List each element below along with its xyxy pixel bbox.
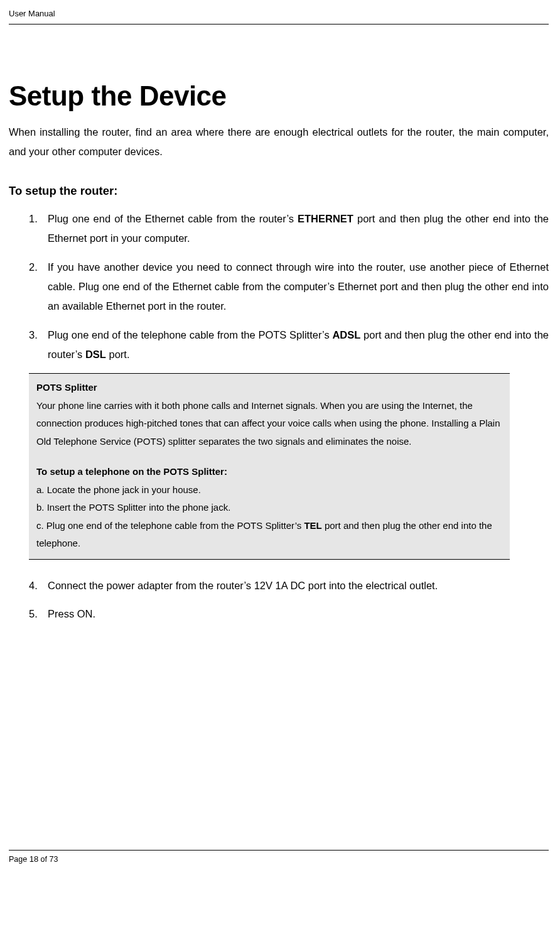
page-number: Page 18 of 73 bbox=[9, 854, 549, 864]
footer: Page 18 of 73 bbox=[9, 850, 549, 864]
step-1: 1. Plug one end of the Ethernet cable fr… bbox=[29, 209, 549, 249]
step-marker: 1. bbox=[29, 209, 38, 229]
step-5: 5. Press ON. bbox=[29, 604, 549, 624]
step-2: 2. If you have another device you need t… bbox=[29, 258, 549, 317]
info-box-subtitle: To setup a telephone on the POTS Splitte… bbox=[36, 463, 502, 481]
step-text: Plug one end of the Ethernet cable from … bbox=[48, 213, 298, 224]
section-heading: To setup the router: bbox=[9, 180, 549, 202]
page-current: 18 bbox=[30, 854, 38, 864]
step-text: port. bbox=[106, 349, 130, 360]
step-marker: 5. bbox=[29, 604, 38, 624]
info-box-body: Your phone line carries with it both pho… bbox=[36, 397, 502, 451]
step-text: Plug one end of the telephone cable from… bbox=[48, 329, 332, 340]
info-box-item-a: a. Locate the phone jack in your house. bbox=[36, 481, 502, 499]
step-marker: 4. bbox=[29, 576, 38, 595]
step-3: 3. Plug one end of the telephone cable f… bbox=[29, 325, 549, 365]
step-bold: DSL bbox=[85, 349, 106, 360]
info-box-bold: TEL bbox=[304, 520, 321, 531]
page-prefix: Page bbox=[9, 855, 30, 864]
top-rule bbox=[9, 24, 549, 24]
info-box-item-c: c. Plug one end of the telephone cable f… bbox=[36, 517, 502, 553]
bottom-rule bbox=[9, 850, 549, 851]
step-marker: 2. bbox=[29, 258, 38, 277]
info-box-item-b: b. Insert the POTS Splitter into the pho… bbox=[36, 499, 502, 517]
intro-paragraph: When installing the router, find an area… bbox=[9, 122, 549, 162]
step-4: 4. Connect the power adapter from the ro… bbox=[29, 576, 549, 595]
info-box: POTS Splitter Your phone line carries wi… bbox=[29, 373, 510, 560]
step-bold: ETHERNET bbox=[298, 213, 353, 224]
info-box-title: POTS Splitter bbox=[36, 379, 502, 397]
page-of: of 73 bbox=[38, 855, 58, 864]
page-title: Setup the Device bbox=[9, 81, 549, 111]
step-text: Press ON. bbox=[48, 608, 95, 619]
header-label: User Manual bbox=[9, 9, 549, 24]
step-text: Connect the power adapter from the route… bbox=[48, 580, 438, 591]
step-bold: ADSL bbox=[332, 329, 360, 340]
step-marker: 3. bbox=[29, 325, 38, 345]
step-text: If you have another device you need to c… bbox=[48, 261, 549, 312]
info-box-text: c. Plug one end of the telephone cable f… bbox=[36, 520, 304, 531]
